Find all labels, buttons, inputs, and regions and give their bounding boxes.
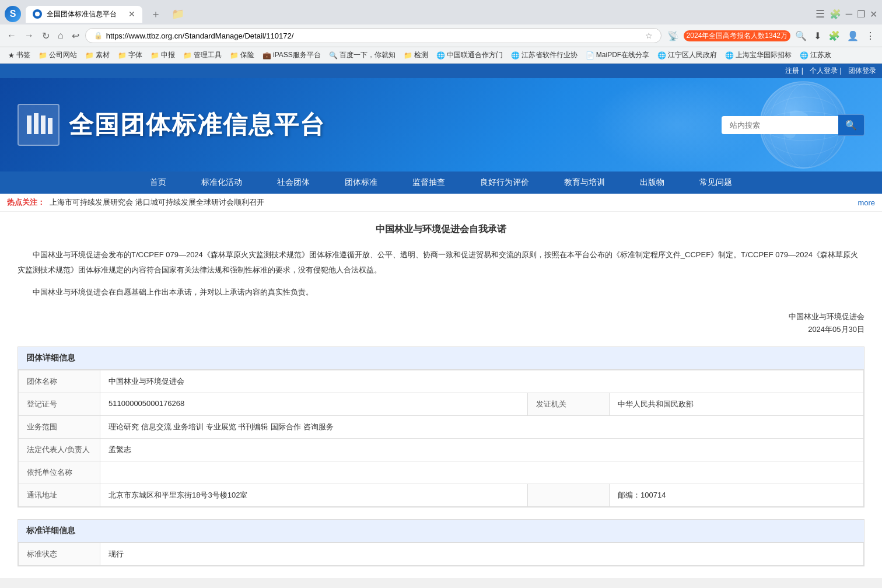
bookmark-company-site[interactable]: 📁 公司网站 [35, 49, 80, 61]
personal-login-link[interactable]: 个人登录 [810, 66, 838, 75]
bookmark-label: 保险 [240, 50, 254, 60]
register-link[interactable]: 注册 [785, 66, 799, 75]
bookmark-label: 检测 [414, 50, 428, 60]
nav-behavior-evaluation[interactable]: 良好行为评价 [463, 172, 547, 194]
hero-banner: 全国团体标准信息平台 🔍 [0, 78, 882, 172]
bookmark-insurance[interactable]: 📁 保险 [226, 49, 258, 61]
tab-favicon [33, 9, 42, 19]
site-search-input[interactable] [722, 116, 838, 134]
value-cell: 中国林业与环境促进会 [100, 370, 864, 393]
table-row: 业务范围 理论研究 信息交流 业务培训 专业展览 书刊编辑 国际合作 咨询服务 [19, 416, 864, 439]
ipass-icon: 💼 [262, 51, 271, 60]
bookmark-jiangning-gov[interactable]: 🌐 江宁区人民政府 [654, 49, 720, 61]
label-cell: 法定代表人/负责人 [19, 439, 100, 461]
bookmark-label: 素材 [96, 50, 110, 60]
nav-group-standards[interactable]: 团体标准 [327, 172, 395, 194]
bookmark-baidu[interactable]: 🔍 百度一下，你就知 [326, 49, 399, 61]
secure-icon: 🔒 [94, 32, 103, 40]
bookmark-fonts[interactable]: 📁 字体 [114, 49, 146, 61]
url-input[interactable] [106, 32, 642, 40]
table-row: 通讯地址 北京市东城区和平里东街18号3号楼102室 邮编：100714 [19, 484, 864, 507]
nav-social-organizations[interactable]: 社会团体 [260, 172, 327, 194]
nav-education-training[interactable]: 教育与培训 [547, 172, 622, 194]
bookmark-management-tools[interactable]: 📁 管理工具 [180, 49, 225, 61]
value-cell: 511000005000176268 [100, 393, 528, 416]
search-browser-icon[interactable]: 🔍 [793, 29, 809, 43]
hot-news-bar: 热点关注： 上海市可持续发展研究会 港口城可持续发展全球研讨会顺利召开 more [0, 194, 882, 212]
globe-icon: 🌐 [725, 51, 734, 60]
table-row: 登记证号 511000005000176268 发证机关 中华人民共和国民政部 [19, 393, 864, 416]
tab-title: 全国团体标准信息平台 [47, 9, 124, 19]
address-bar[interactable]: 🔒 ☆ [85, 28, 662, 43]
folder-icon: 📁 [183, 51, 192, 60]
home-button[interactable]: ⌂ [55, 29, 66, 42]
svg-rect-9 [41, 116, 46, 134]
bookmark-materials[interactable]: 📁 素材 [82, 49, 113, 61]
baidu-icon: 🔍 [329, 51, 338, 60]
settings-icon[interactable]: ⋮ [863, 29, 877, 43]
label-cell: 依托单位名称 [19, 461, 100, 484]
pledge-signature-org: 中国林业与环境促进会 [18, 312, 864, 322]
window-menu-icon[interactable]: ☰ [816, 8, 825, 20]
bookmark-unicom[interactable]: 🌐 中国联通合作方门 [433, 49, 506, 61]
globe-icon: 🌐 [800, 51, 808, 60]
notification-badge[interactable]: 2024年全国高考报名人数1342万 [684, 30, 790, 41]
bookmark-ipass[interactable]: 💼 iPASS服务平台 [259, 49, 324, 61]
site-logo-text: 全国团体标准信息平台 [69, 108, 326, 141]
main-content: 中国林业与环境促进会自我承诺 中国林业与环境促进会发布的T/CCPEF 079—… [0, 212, 882, 578]
browser-tab[interactable]: 全国团体标准信息平台 ✕ [26, 6, 142, 23]
group-info-table: 团体名称 中国林业与环境促进会 登记证号 511000005000176268 … [18, 370, 864, 507]
bookmark-jiangsu-gov[interactable]: 🌐 江苏政 [796, 49, 835, 61]
forward-button[interactable]: → [22, 29, 36, 42]
page-content: 注册 | 个人登录 | 团体登录 [0, 64, 882, 578]
bookmark-jiangsu-software[interactable]: 🌐 江苏省软件行业协 [508, 49, 581, 61]
bookmark-label: iPASS服务平台 [273, 50, 321, 60]
pdf-icon: 📄 [586, 51, 594, 60]
site-search-button[interactable]: 🔍 [838, 114, 864, 136]
hot-news-content[interactable]: 上海市可持续发展研究会 港口城可持续发展全球研讨会顺利召开 [50, 197, 853, 208]
group-login-link[interactable]: 团体登录 [848, 66, 876, 75]
bookmark-baohua[interactable]: 🌐 上海宝华国际招标 [722, 49, 795, 61]
nav-publications[interactable]: 出版物 [622, 172, 682, 194]
group-info-section: 团体详细信息 团体名称 中国林业与环境促进会 登记证号 511000005000… [18, 346, 864, 508]
tab-close-button[interactable]: ✕ [128, 9, 135, 19]
svg-rect-7 [27, 116, 32, 134]
nav-standardization[interactable]: 标准化活动 [184, 172, 260, 194]
pledge-body: 中国林业与环境促进会发布的T/CCPEF 079—2024《森林草原火灾监测技术… [18, 247, 864, 300]
label-cell: 团体名称 [19, 370, 100, 393]
table-row: 法定代表人/负责人 孟繁志 [19, 439, 864, 461]
bookmark-label: 申报 [161, 50, 175, 60]
restore-button[interactable]: ❐ [857, 9, 865, 20]
bookmark-detect[interactable]: 📁 检测 [400, 49, 432, 61]
minimize-button[interactable]: ─ [846, 9, 852, 19]
cast-icon[interactable]: 📡 [665, 29, 681, 43]
bookmark-star-icon[interactable]: ☆ [645, 31, 653, 40]
new-tab-button[interactable]: ＋ [145, 4, 167, 24]
bookmark-bookmarks[interactable]: ★ 书签 [5, 49, 34, 61]
pledge-signature-date: 2024年05月30日 [18, 324, 864, 335]
standard-info-title: 标准详细信息 [18, 520, 864, 542]
hero-logo: 全国团体标准信息平台 [18, 104, 326, 146]
hot-news-label: 热点关注： [7, 197, 45, 208]
table-row: 依托单位名称 [19, 461, 864, 484]
nav-supervision[interactable]: 监督抽查 [395, 172, 463, 194]
extension-icon[interactable]: 🧩 [826, 29, 842, 43]
reload-button[interactable]: ↻ [40, 29, 52, 43]
nav-faq[interactable]: 常见问题 [682, 172, 750, 194]
bookmark-label: 上海宝华国际招标 [736, 50, 792, 60]
download-icon[interactable]: ⬇ [811, 29, 824, 43]
table-row: 标准状态 现行 [19, 543, 864, 566]
svg-rect-8 [34, 113, 38, 134]
back-button[interactable]: ← [5, 29, 19, 42]
folder-icon: 📁 [38, 51, 47, 60]
bookmark-application[interactable]: 📁 申报 [147, 49, 178, 61]
bookmark-maipdf[interactable]: 📄 MaiPDF在线分享 [582, 49, 653, 61]
user-profile-icon[interactable]: 👤 [845, 29, 861, 43]
nav-home[interactable]: 首页 [132, 172, 184, 194]
table-row: 团体名称 中国林业与环境促进会 [19, 370, 864, 393]
hot-news-more-link[interactable]: more [858, 198, 875, 207]
folder-icon: 📁 [230, 51, 239, 60]
history-button[interactable]: ↩ [69, 29, 82, 43]
close-button[interactable]: ✕ [870, 9, 877, 20]
extensions-icon[interactable]: 🧩 [830, 9, 841, 20]
